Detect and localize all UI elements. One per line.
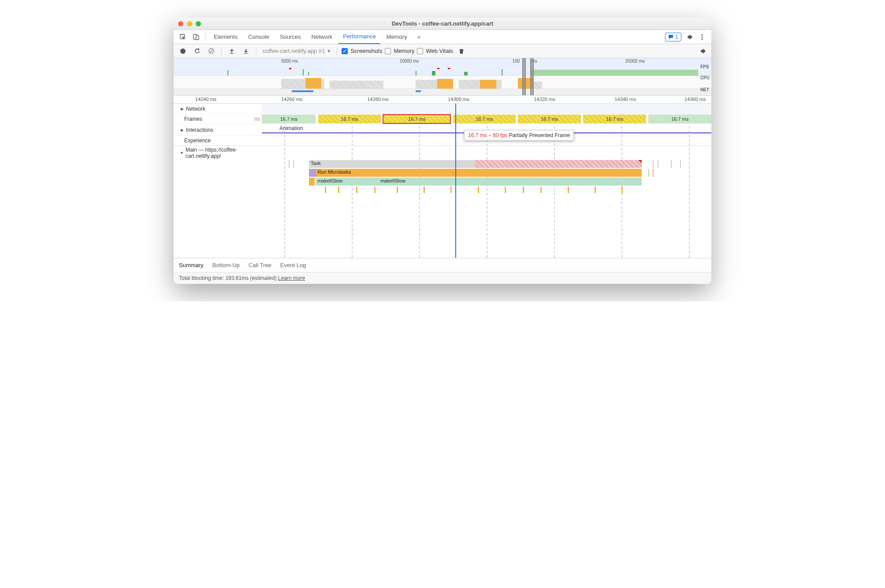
reload-button[interactable] <box>191 45 203 57</box>
kebab-icon[interactable] <box>696 31 708 43</box>
chevron-right-icon[interactable]: ▶ <box>180 107 184 111</box>
animation-label: Animation <box>279 125 303 131</box>
tab-performance[interactable]: Performance <box>338 30 380 44</box>
screenshots-checkbox[interactable]: ✓ Screenshots <box>342 48 382 54</box>
viewport-handle-right[interactable] <box>530 58 534 95</box>
perf-toolbar: coffee-cart.netlify.app #1 ▾ ✓ Screensho… <box>174 44 711 58</box>
download-button[interactable] <box>240 45 252 57</box>
frame-item[interactable]: 16.7 ms <box>518 115 581 123</box>
network-track[interactable]: ▶Network <box>174 104 711 114</box>
close-icon[interactable] <box>178 21 183 26</box>
tab-console[interactable]: Console <box>244 30 274 44</box>
playhead[interactable] <box>455 104 456 258</box>
frame-item[interactable]: 16.7 ms <box>318 115 381 123</box>
experience-track[interactable]: Experience <box>174 135 711 145</box>
speech-bubble-icon <box>668 34 673 40</box>
maximize-icon[interactable] <box>196 21 201 26</box>
recording-name: coffee-cart.netlify.app #1 <box>263 48 325 54</box>
separator <box>205 33 206 41</box>
svg-point-4 <box>702 36 703 37</box>
overview-fps <box>174 64 711 76</box>
fn-call-2[interactable]: makeItSlow <box>379 178 428 186</box>
tab-elements[interactable]: Elements <box>209 30 242 44</box>
details-tabs: Summary Bottom-Up Call Tree Event Log <box>174 258 711 272</box>
frame-item[interactable]: 16.7 ms <box>583 115 646 123</box>
inspect-icon[interactable] <box>177 31 189 43</box>
tab-memory[interactable]: Memory <box>382 30 412 44</box>
traffic-lights <box>178 21 201 26</box>
main-track-header[interactable]: ▼Main — https://coffee-cart.netlify.app/ <box>174 145 711 160</box>
chevron-right-icon[interactable]: ▶ <box>180 128 184 132</box>
long-task-warning-icon <box>638 160 642 164</box>
separator <box>221 47 222 55</box>
flamechart-area[interactable]: ▶Network Frames ns 16.7 ms16.7 ms16.7 ms… <box>174 104 711 258</box>
frames-track[interactable]: Frames ns 16.7 ms16.7 ms16.7 ms16.7 ms16… <box>174 114 711 124</box>
more-tabs-icon[interactable]: » <box>413 31 425 43</box>
interactions-track[interactable]: ▶Interactions Animation <box>174 124 711 135</box>
tab-bottom-up[interactable]: Bottom-Up <box>212 262 240 268</box>
memory-checkbox[interactable]: Memory <box>385 48 414 54</box>
task-bar[interactable]: Task <box>309 160 642 168</box>
learn-more-link[interactable]: Learn more <box>278 275 305 281</box>
flame-row-children[interactable] <box>262 186 711 195</box>
separator <box>337 47 337 55</box>
clear-button[interactable] <box>205 45 217 57</box>
svg-rect-2 <box>196 36 199 40</box>
tab-summary[interactable]: Summary <box>179 262 204 268</box>
devtools-window: DevTools - coffee-cart.netlify.app/cart … <box>174 18 711 284</box>
settings-icon[interactable] <box>683 31 695 43</box>
record-button[interactable] <box>177 45 189 57</box>
overview-ruler: 5000 ms 10000 ms 150 ms 20000 ms <box>174 58 711 64</box>
frame-item[interactable]: 16.7 ms <box>648 115 711 123</box>
main-ruler: 14240 ms 14260 ms 14280 ms 14300 ms 1432… <box>174 96 711 104</box>
issues-badge[interactable]: 1 <box>665 33 681 41</box>
issues-count: 1 <box>675 34 678 40</box>
tab-event-log[interactable]: Event Log <box>280 262 306 268</box>
tab-call-tree[interactable]: Call Tree <box>249 262 271 268</box>
chevron-down-icon: ▾ <box>327 48 331 54</box>
separator <box>256 47 257 55</box>
viewport-handle-left[interactable] <box>522 58 526 95</box>
recording-select[interactable]: coffee-cart.netlify.app #1 ▾ <box>261 48 332 54</box>
flame-row-microtasks[interactable]: Run Microtasks <box>262 169 711 178</box>
trash-button[interactable] <box>456 45 467 57</box>
tab-sources[interactable]: Sources <box>275 30 305 44</box>
svg-point-5 <box>702 38 703 40</box>
microtasks-bar[interactable]: Run Microtasks <box>316 169 642 177</box>
minimize-icon[interactable] <box>187 21 192 26</box>
panel-tabs: Elements Console Sources Network Perform… <box>174 30 711 44</box>
flame-row-task[interactable]: Task <box>262 160 711 169</box>
webvitals-checkbox[interactable]: Web Vitals <box>417 48 453 54</box>
checkbox-icon <box>417 48 423 54</box>
device-icon[interactable] <box>190 31 202 43</box>
fn-call-1[interactable]: makeItSlow <box>316 178 365 186</box>
frame-item[interactable]: 16.7 ms <box>262 115 316 123</box>
overview-net <box>174 89 711 95</box>
titlebar[interactable]: DevTools - coffee-cart.netlify.app/cart <box>174 18 711 30</box>
tab-network[interactable]: Network <box>307 30 337 44</box>
status-line: Total blocking time: 193.61ms (estimated… <box>174 272 711 284</box>
svg-point-3 <box>702 34 703 35</box>
window-title: DevTools - coffee-cart.netlify.app/cart <box>174 20 711 27</box>
flame-row-calls[interactable]: makeItSlow makeItSlow <box>262 178 711 186</box>
panel-settings-icon[interactable] <box>696 45 708 57</box>
checkbox-icon: ✓ <box>342 48 348 54</box>
frame-item[interactable]: 16.7 ms <box>383 115 450 123</box>
checkbox-icon <box>385 48 391 54</box>
overview-cpu <box>174 76 711 89</box>
frame-tooltip: 16.7 ms ~ 60 fps Partially Presented Fra… <box>464 130 574 141</box>
upload-button[interactable] <box>226 45 238 57</box>
overview-pane[interactable]: 5000 ms 10000 ms 150 ms 20000 ms <box>174 58 711 96</box>
overview-labels: FPS CPU NET <box>700 64 710 92</box>
chevron-down-icon[interactable]: ▼ <box>180 151 184 155</box>
frame-item[interactable]: 16.7 ms <box>453 115 516 123</box>
